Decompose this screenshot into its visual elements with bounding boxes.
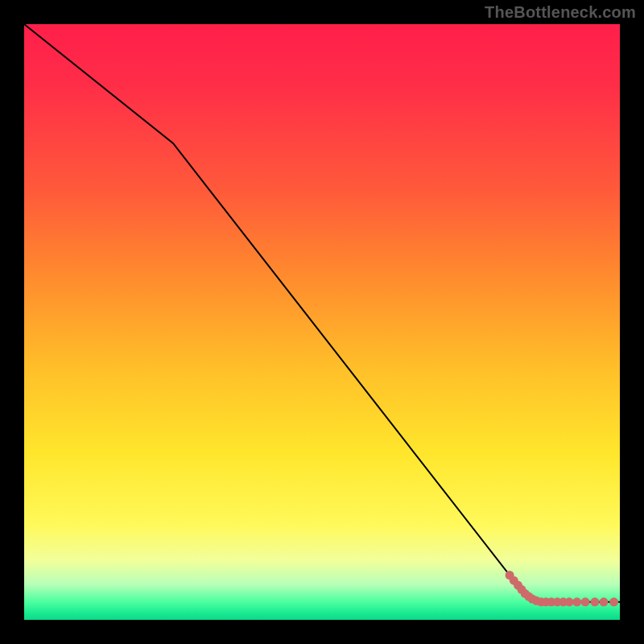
chart-frame: TheBottleneck.com	[0, 0, 644, 644]
scatter-point	[600, 597, 609, 606]
chart-overlay	[24, 24, 620, 620]
scatter-point	[590, 597, 599, 606]
plot-area	[24, 24, 620, 620]
watermark-label: TheBottleneck.com	[485, 3, 636, 22]
scatter-point	[565, 597, 574, 606]
tail-scatter	[506, 571, 619, 606]
curve-path	[24, 24, 620, 602]
curve-line	[24, 24, 620, 602]
scatter-point	[609, 597, 618, 606]
scatter-point	[572, 597, 581, 606]
scatter-point	[581, 597, 590, 606]
